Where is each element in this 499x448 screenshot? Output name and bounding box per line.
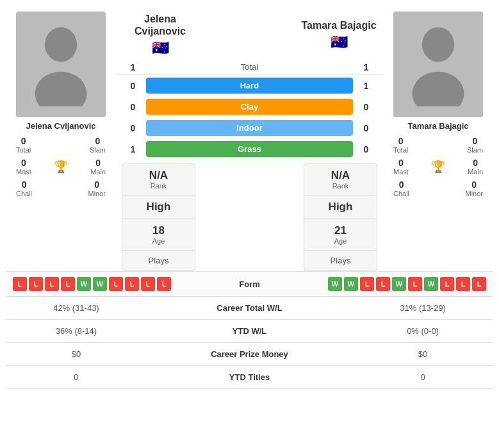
center-right-name-block: Tamara Bajagic 🇦🇺	[297, 19, 380, 51]
right-player-stats: 0 Total 0 Slam 0 Mast 🏆 0	[387, 136, 489, 197]
hard-badge: Hard	[146, 78, 353, 94]
left-age-label: Age	[125, 237, 192, 245]
left-slam: 0 Slam	[90, 136, 106, 154]
form-badge-left: W	[77, 277, 91, 291]
left-level-box: High	[122, 195, 195, 219]
stat-left: 42% (31-43)	[6, 297, 146, 320]
left-rank-value: N/A	[125, 169, 192, 182]
left-plays-label: Plays	[125, 256, 192, 265]
right-age-value: 21	[307, 224, 374, 237]
indoor-left-score: 0	[125, 123, 141, 133]
left-trophy-icon: 🏆	[51, 160, 70, 174]
left-stats-row1: 0 Total 0 Slam	[16, 136, 106, 154]
center-left-name-block: Jelena Cvijanovic 🇦🇺	[119, 13, 202, 56]
stat-mid: YTD Titles	[146, 366, 353, 389]
right-player-card: Tamara Bajagic 0 Total 0 Slam 0 Mast	[384, 6, 493, 271]
form-badge-right: L	[456, 277, 470, 291]
right-trophy-row: 0 Mast 🏆 0 Main	[393, 158, 483, 176]
form-section: LLLLWWLLLL Form WWLLWLWLLL	[6, 271, 493, 297]
center-left-name: Jelena Cvijanovic	[119, 13, 202, 37]
right-form-badges: WWLLWLWLLL	[282, 277, 487, 291]
svg-point-3	[413, 71, 464, 106]
right-total: 0 Total	[393, 136, 408, 154]
grass-left-score: 1	[125, 144, 141, 154]
form-badge-left: L	[13, 277, 27, 291]
stat-right: 0% (0-0)	[353, 320, 493, 343]
grass-row: 1 Grass 0	[115, 138, 384, 160]
left-mast: 0 Mast	[16, 158, 31, 176]
right-player-name: Tamara Bajagic	[387, 121, 489, 131]
right-flag: 🇦🇺	[297, 34, 380, 51]
right-age-box: 21 Age	[304, 219, 377, 251]
stat-mid: Career Total W/L	[146, 297, 353, 320]
stat-mid: YTD W/L	[146, 320, 353, 343]
indoor-badge: Indoor	[146, 120, 353, 136]
clay-row: 0 Clay 0	[115, 96, 384, 117]
form-badge-left: L	[141, 277, 155, 291]
form-badge-right: W	[344, 277, 358, 291]
form-badge-right: L	[472, 277, 486, 291]
total-right-score: 1	[358, 62, 374, 72]
stat-left: 0	[6, 366, 146, 389]
right-chall: 0 Chall	[393, 179, 409, 197]
stat-left: 36% (8-14)	[6, 320, 146, 343]
right-slam: 0 Slam	[467, 136, 483, 154]
center-right-name: Tamara Bajagic	[297, 19, 380, 31]
right-age-label: Age	[307, 237, 374, 245]
total-row: 1 Total 1	[115, 60, 384, 75]
grass-badge: Grass	[146, 141, 353, 157]
stat-left: $0	[6, 343, 146, 366]
center-column: Jelena Cvijanovic 🇦🇺 Tamara Bajagic 🇦🇺 1…	[115, 6, 384, 271]
stat-mid: Career Prize Money	[146, 343, 353, 366]
stats-row: 36% (8-14) YTD W/L 0% (0-0)	[6, 320, 493, 343]
right-minor: 0 Minor	[465, 179, 483, 197]
total-label: Total	[141, 62, 358, 72]
right-stats-row1: 0 Total 0 Slam	[393, 136, 483, 154]
form-badge-right: W	[328, 277, 342, 291]
left-player-card: Jelena Cvijanovic 0 Total 0 Slam 0	[6, 6, 115, 271]
left-rank-label: Rank	[125, 182, 192, 190]
left-player-avatar	[16, 12, 106, 117]
svg-point-0	[45, 27, 77, 62]
right-rank-box: N/A Rank	[304, 164, 377, 195]
right-player-avatar	[393, 12, 483, 117]
left-main: 0 Main	[90, 158, 106, 176]
stat-right: 0	[353, 366, 493, 389]
form-badge-left: L	[109, 277, 123, 291]
left-chall: 0 Chall	[16, 179, 32, 197]
left-trophy-row: 0 Mast 🏆 0 Main	[16, 158, 106, 176]
stat-right: 31% (13-29)	[353, 297, 493, 320]
right-rank-value: N/A	[307, 169, 374, 182]
left-minor: 0 Minor	[88, 179, 106, 197]
left-player-stats: 0 Total 0 Slam 0 Mast 🏆 0	[10, 136, 112, 197]
left-age-box: 18 Age	[122, 219, 195, 251]
left-player-name: Jelena Cvijanovic	[10, 121, 112, 131]
clay-badge: Clay	[146, 99, 353, 115]
left-form-badges: LLLLWWLLLL	[13, 277, 218, 291]
form-badge-right: L	[376, 277, 390, 291]
stat-right: $0	[353, 343, 493, 366]
left-info-box: N/A Rank High 18 Age Plays	[122, 163, 195, 271]
left-stats-row3: 0 Chall 0 Minor	[16, 179, 106, 197]
stats-row: 0 YTD Titles 0	[6, 366, 493, 389]
form-badge-left: W	[93, 277, 107, 291]
left-flag: 🇦🇺	[119, 40, 202, 56]
hard-row: 0 Hard 1	[115, 75, 384, 96]
center-info-boxes: N/A Rank High 18 Age Plays	[122, 163, 377, 271]
left-plays-box: Plays	[122, 251, 195, 270]
svg-point-1	[35, 71, 87, 106]
svg-point-2	[422, 27, 454, 62]
right-mast: 0 Mast	[393, 158, 409, 176]
form-label: Form	[218, 279, 282, 289]
clay-left-score: 0	[125, 102, 141, 112]
main-container: Jelena Cvijanovic 0 Total 0 Slam 0	[0, 0, 499, 395]
right-info-box: N/A Rank High 21 Age Plays	[304, 163, 377, 271]
hard-left-score: 0	[125, 81, 141, 91]
center-header: Jelena Cvijanovic 🇦🇺 Tamara Bajagic 🇦🇺	[115, 6, 384, 60]
hard-right-score: 1	[358, 81, 374, 91]
indoor-right-score: 0	[358, 123, 374, 133]
left-level-value: High	[125, 201, 192, 213]
right-plays-label: Plays	[307, 256, 374, 265]
indoor-row: 0 Indoor 0	[115, 117, 384, 138]
form-badge-left: L	[157, 277, 171, 291]
